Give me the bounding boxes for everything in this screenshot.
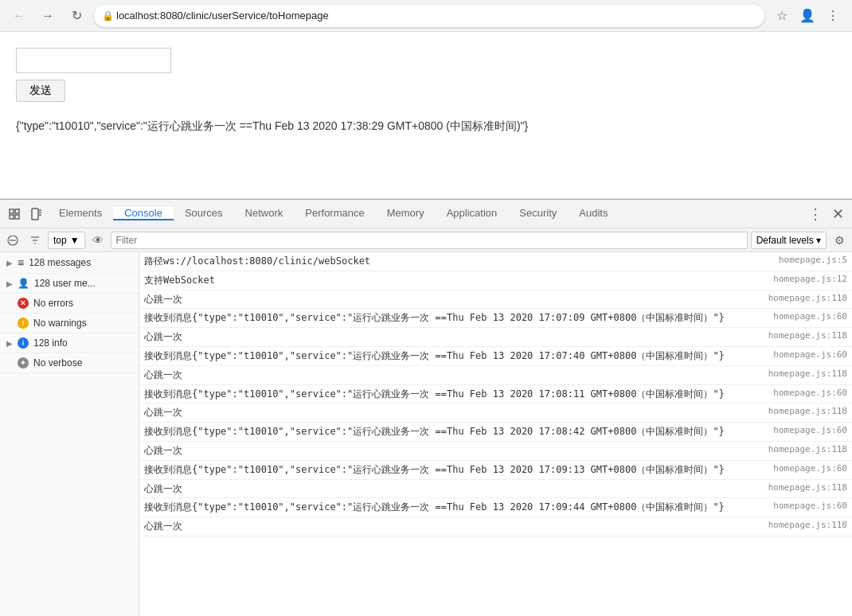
log-link[interactable]: homepage.js:5 bbox=[752, 255, 847, 265]
log-text: 心跳一次 bbox=[144, 293, 752, 306]
send-button[interactable]: 发送 bbox=[16, 80, 65, 102]
devtools-tab-bar: Elements Console Sources Network Perform… bbox=[0, 200, 852, 228]
user-messages-arrow: ▶ bbox=[6, 279, 13, 288]
context-label: top bbox=[53, 235, 67, 246]
svg-rect-0 bbox=[10, 209, 14, 213]
log-text: 接收到消息{"type":"t10010","service":"运行心跳业务一… bbox=[144, 425, 752, 439]
tab-audits[interactable]: Audits bbox=[568, 207, 619, 220]
lock-icon: 🔒 bbox=[102, 10, 114, 21]
log-text: 路径ws://localhost:8080/clinic/webSocket bbox=[144, 255, 752, 268]
tab-sources[interactable]: Sources bbox=[174, 207, 234, 220]
tab-security[interactable]: Security bbox=[508, 207, 568, 220]
devtools-inspect-button[interactable] bbox=[3, 203, 25, 225]
reload-button[interactable]: ↻ bbox=[65, 5, 88, 27]
log-link[interactable]: homepage.js:60 bbox=[752, 388, 847, 398]
info-arrow: ▶ bbox=[6, 339, 13, 348]
log-row: 接收到消息{"type":"t10010","service":"运行心跳业务一… bbox=[139, 423, 852, 442]
log-row: 心跳一次homepage.js:118 bbox=[139, 328, 852, 347]
browser-menu-button[interactable]: ⋮ bbox=[822, 5, 844, 27]
svg-rect-4 bbox=[32, 209, 38, 220]
log-row: 接收到消息{"type":"t10010","service":"运行心跳业务一… bbox=[139, 498, 852, 517]
filter-input[interactable] bbox=[111, 232, 748, 249]
sidebar-item-verbose[interactable]: ▶ ✦ No verbose bbox=[0, 353, 139, 373]
svg-rect-3 bbox=[15, 215, 19, 219]
log-link[interactable]: homepage.js:60 bbox=[752, 425, 847, 435]
log-text: 接收到消息{"type":"t10010","service":"运行心跳业务一… bbox=[144, 501, 752, 514]
context-dropdown-icon: ▼ bbox=[70, 235, 80, 246]
devtools-more-button[interactable]: ⋮ bbox=[804, 203, 827, 225]
browser-actions: ☆ 👤 ⋮ bbox=[771, 5, 844, 27]
log-text: 心跳一次 bbox=[144, 406, 752, 419]
log-text: 接收到消息{"type":"t10010","service":"运行心跳业务一… bbox=[144, 388, 752, 401]
sidebar-item-messages[interactable]: ▶ ≡ 128 messages bbox=[0, 252, 139, 274]
log-link[interactable]: homepage.js:118 bbox=[752, 368, 847, 379]
tab-memory[interactable]: Memory bbox=[376, 207, 436, 220]
console-log-area[interactable]: 路径ws://localhost:8080/clinic/webSocketho… bbox=[139, 252, 852, 616]
verbose-label: No verbose bbox=[33, 357, 82, 368]
tab-elements[interactable]: Elements bbox=[48, 207, 113, 220]
tab-console[interactable]: Console bbox=[113, 207, 174, 220]
verbose-icon: ✦ bbox=[18, 357, 29, 368]
log-link[interactable]: homepage.js:118 bbox=[752, 482, 847, 493]
errors-label: No errors bbox=[33, 298, 73, 309]
console-toolbar: top ▼ 👁 Default levels ▾ ⚙ bbox=[0, 228, 852, 252]
log-row: 心跳一次homepage.js:118 bbox=[139, 404, 852, 423]
address-input[interactable] bbox=[94, 5, 764, 27]
log-row: 路径ws://localhost:8080/clinic/webSocketho… bbox=[139, 252, 852, 271]
console-sidebar: ▶ ≡ 128 messages ▶ 👤 128 user me... ▶ ✕ … bbox=[0, 252, 139, 616]
log-link[interactable]: homepage.js:118 bbox=[752, 520, 847, 530]
log-link[interactable]: homepage.js:60 bbox=[752, 463, 847, 474]
log-text: 心跳一次 bbox=[144, 330, 752, 344]
log-text: 接收到消息{"type":"t10010","service":"运行心跳业务一… bbox=[144, 463, 752, 477]
svg-rect-2 bbox=[10, 215, 14, 219]
level-label: Default levels ▾ bbox=[756, 235, 821, 246]
user-icon: 👤 bbox=[18, 278, 29, 289]
warnings-label: No warnings bbox=[33, 318, 87, 329]
sidebar-item-errors[interactable]: ▶ ✕ No errors bbox=[0, 294, 139, 314]
log-row: 心跳一次homepage.js:118 bbox=[139, 366, 852, 385]
log-row: 支持WebSockethomepage.js:12 bbox=[139, 271, 852, 290]
browser-bar: ← → ↻ 🔒 ☆ 👤 ⋮ bbox=[0, 0, 852, 32]
log-text: 心跳一次 bbox=[144, 482, 752, 496]
log-link[interactable]: homepage.js:60 bbox=[752, 311, 847, 322]
level-selector[interactable]: Default levels ▾ bbox=[751, 232, 827, 249]
account-button[interactable]: 👤 bbox=[796, 5, 819, 27]
log-link[interactable]: homepage.js:118 bbox=[752, 330, 847, 341]
log-link[interactable]: homepage.js:118 bbox=[752, 406, 847, 416]
log-link[interactable]: homepage.js:12 bbox=[752, 274, 847, 284]
messages-arrow: ▶ bbox=[6, 259, 13, 267]
tab-performance[interactable]: Performance bbox=[294, 207, 375, 220]
tab-network[interactable]: Network bbox=[234, 207, 295, 220]
log-text: 支持WebSocket bbox=[144, 274, 752, 287]
log-text: 心跳一次 bbox=[144, 368, 752, 382]
console-clear-button[interactable] bbox=[3, 231, 22, 250]
console-filter-toggle[interactable] bbox=[25, 231, 45, 250]
error-icon: ✕ bbox=[18, 298, 29, 309]
devtools-close-button[interactable]: ✕ bbox=[827, 203, 849, 225]
page-content: 发送 {"type":"t10010","service":"运行心跳业务一次 … bbox=[0, 32, 852, 199]
log-row: 心跳一次homepage.js:118 bbox=[139, 442, 852, 461]
log-row: 接收到消息{"type":"t10010","service":"运行心跳业务一… bbox=[139, 461, 852, 480]
log-link[interactable]: homepage.js:118 bbox=[752, 293, 847, 303]
sidebar-item-warnings[interactable]: ▶ ! No warnings bbox=[0, 314, 139, 333]
forward-button[interactable]: → bbox=[37, 5, 59, 27]
log-link[interactable]: homepage.js:60 bbox=[752, 349, 847, 360]
log-link[interactable]: homepage.js:60 bbox=[752, 501, 847, 511]
address-bar-wrap: 🔒 bbox=[94, 5, 764, 27]
log-row: 心跳一次homepage.js:118 bbox=[139, 517, 852, 536]
back-button[interactable]: ← bbox=[8, 5, 30, 27]
info-icon: i bbox=[18, 337, 29, 349]
sidebar-item-info[interactable]: ▶ i 128 info bbox=[0, 333, 139, 353]
sidebar-item-user-messages[interactable]: ▶ 👤 128 user me... bbox=[0, 274, 139, 294]
context-selector[interactable]: top ▼ bbox=[48, 232, 85, 249]
messages-icon: ≡ bbox=[18, 256, 24, 269]
bookmark-button[interactable]: ☆ bbox=[771, 5, 793, 27]
devtools-device-button[interactable] bbox=[25, 203, 48, 225]
log-text: 接收到消息{"type":"t10010","service":"运行心跳业务一… bbox=[144, 349, 752, 363]
tab-application[interactable]: Application bbox=[436, 207, 509, 220]
message-input[interactable] bbox=[16, 48, 171, 73]
console-settings-button[interactable]: ⚙ bbox=[830, 231, 849, 250]
log-link[interactable]: homepage.js:118 bbox=[752, 444, 847, 454]
eye-button[interactable]: 👁 bbox=[88, 231, 107, 250]
console-main: ▶ ≡ 128 messages ▶ 👤 128 user me... ▶ ✕ … bbox=[0, 252, 852, 616]
